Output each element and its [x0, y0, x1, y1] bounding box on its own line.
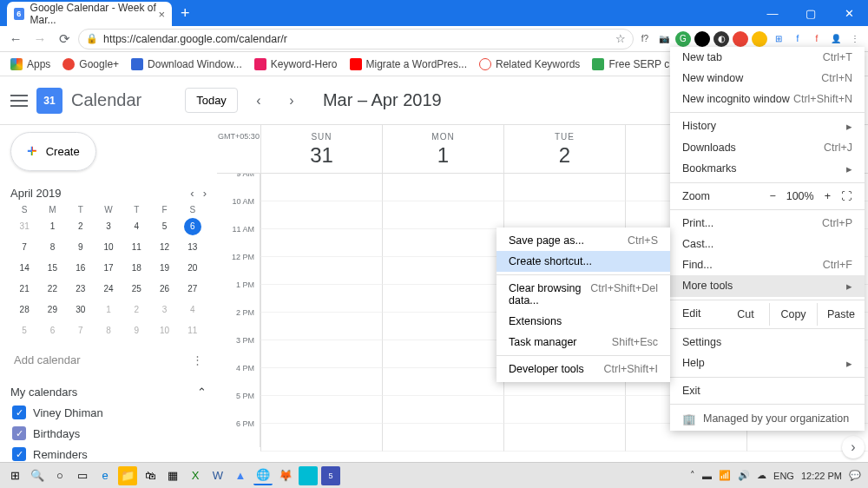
chrome-menu-button[interactable]: ⋮ — [847, 31, 863, 47]
app-icon[interactable]: 5 — [321, 466, 340, 485]
menu-item[interactable]: More tools▸ — [670, 275, 865, 297]
start-button[interactable]: ⊞ — [5, 466, 24, 485]
ext-icon[interactable]: f — [790, 31, 806, 47]
battery-icon[interactable]: ▬ — [702, 471, 712, 481]
mini-cal-day[interactable]: 27 — [184, 280, 201, 298]
menu-item[interactable]: History▸ — [670, 115, 865, 137]
mini-cal-day[interactable]: 9 — [128, 322, 145, 340]
ext-icon[interactable]: f — [809, 31, 825, 47]
mini-cal-day[interactable]: 28 — [16, 301, 33, 319]
mini-cal-day[interactable]: 6 — [43, 322, 61, 340]
calendar-item[interactable]: ✓Birthdays — [10, 423, 207, 444]
star-icon[interactable]: ☆ — [615, 32, 626, 45]
time-slot[interactable] — [382, 174, 503, 201]
time-slot[interactable] — [503, 396, 625, 424]
menu-item[interactable]: New incognito windowCtrl+Shift+N — [670, 89, 865, 109]
time-slot[interactable] — [260, 340, 382, 368]
submenu-item[interactable]: Developer toolsCtrl+Shift+I — [496, 359, 670, 379]
mini-cal-day[interactable]: 8 — [100, 322, 117, 340]
ext-icon[interactable] — [733, 31, 748, 47]
mini-cal-day[interactable]: 21 — [16, 280, 33, 298]
day-header-col[interactable]: SUN31 — [260, 125, 382, 173]
mini-cal-day[interactable]: 14 — [16, 260, 33, 277]
time-slot[interactable] — [260, 424, 382, 452]
mini-cal-day[interactable]: 29 — [43, 301, 61, 319]
mini-cal-day[interactable]: 3 — [156, 301, 174, 319]
time-slot[interactable] — [503, 424, 625, 452]
hamburger-menu[interactable] — [10, 95, 28, 107]
mini-cal-day[interactable]: 20 — [184, 260, 201, 277]
checkbox-icon[interactable]: ✓ — [12, 426, 26, 440]
mini-cal-day[interactable]: 7 — [72, 322, 89, 340]
cut-button[interactable]: Cut — [722, 303, 770, 326]
search-icon[interactable]: 🔍 — [28, 466, 47, 485]
mini-cal-day[interactable]: 16 — [72, 260, 89, 277]
chrome-icon[interactable]: 🌐 — [253, 466, 273, 485]
bookmark-item[interactable]: Keyword-Hero — [251, 56, 341, 72]
my-calendars-section[interactable]: My calendars⌃ — [10, 382, 207, 402]
ext-icon[interactable] — [752, 31, 767, 47]
time-slot[interactable] — [382, 285, 503, 313]
time-slot[interactable] — [382, 229, 503, 257]
day-header-col[interactable]: TUE2 — [503, 125, 625, 173]
ext-icon[interactable]: ◐ — [713, 31, 729, 47]
mini-cal-day[interactable]: 11 — [128, 239, 145, 256]
new-tab-button[interactable]: + — [181, 4, 190, 23]
copy-button[interactable]: Copy — [770, 303, 818, 326]
mini-cal-day[interactable]: 26 — [156, 280, 174, 298]
language-indicator[interactable]: ENG — [773, 471, 794, 481]
ads-icon[interactable]: ▲ — [231, 466, 250, 485]
menu-item[interactable]: New tabCtrl+T — [670, 47, 865, 68]
menu-item[interactable]: Print...Ctrl+P — [670, 213, 865, 234]
mini-cal-day[interactable]: 4 — [184, 301, 201, 319]
time-slot[interactable] — [260, 257, 382, 285]
mini-cal-day[interactable]: 10 — [156, 322, 174, 340]
time-slot[interactable] — [382, 340, 503, 368]
submenu-item[interactable]: Create shortcut... — [496, 251, 670, 272]
checkbox-icon[interactable]: ✓ — [12, 447, 26, 461]
mini-cal-day[interactable]: 1 — [43, 218, 61, 235]
close-tab-icon[interactable]: × — [158, 8, 165, 21]
profile-avatar[interactable]: 👤 — [828, 31, 844, 47]
submenu-item[interactable]: Extensions — [496, 311, 670, 332]
menu-item[interactable]: Find...Ctrl+F — [670, 254, 865, 275]
menu-item[interactable]: Bookmarks▸ — [670, 158, 865, 180]
url-input[interactable]: 🔒 https://calendar.google.com/calendar/r… — [78, 29, 634, 49]
mini-cal-day[interactable]: 23 — [72, 280, 89, 298]
ext-icon[interactable] — [694, 31, 710, 47]
today-button[interactable]: Today — [185, 88, 238, 113]
time-slot[interactable] — [260, 174, 382, 201]
tray-up-icon[interactable]: ˄ — [690, 470, 695, 481]
ext-icon[interactable]: ⊞ — [771, 31, 786, 47]
menu-item[interactable]: Help▸ — [670, 353, 865, 374]
app-icon[interactable]: ▦ — [163, 466, 182, 485]
time-slot[interactable] — [260, 229, 382, 257]
time-slot[interactable] — [260, 368, 382, 396]
camera-icon[interactable]: 📷 — [656, 31, 672, 47]
mini-cal-day[interactable]: 12 — [156, 239, 174, 256]
browser-tab[interactable]: 6 Google Calendar - Week of Mar... × — [7, 2, 172, 26]
store-icon[interactable]: 🛍 — [141, 466, 160, 485]
notifications-icon[interactable]: 💬 — [849, 470, 861, 481]
time-slot[interactable] — [382, 396, 503, 424]
close-window-button[interactable]: ✕ — [830, 0, 868, 26]
mini-cal-day[interactable]: 1 — [100, 301, 117, 319]
back-button[interactable]: ← — [5, 29, 26, 49]
cortana-icon[interactable]: ○ — [50, 466, 69, 485]
time-slot[interactable] — [382, 313, 503, 340]
edge-icon[interactable]: e — [95, 466, 115, 485]
submenu-item[interactable]: Task managerShift+Esc — [496, 332, 670, 353]
mini-cal-day[interactable]: 8 — [43, 239, 61, 256]
mini-cal-day[interactable]: 9 — [72, 239, 89, 256]
mini-cal-day[interactable]: 24 — [100, 280, 117, 298]
paste-button[interactable]: Paste — [818, 303, 865, 326]
time-slot[interactable] — [382, 368, 503, 396]
firefox-icon[interactable]: 🦊 — [276, 466, 295, 485]
clock[interactable]: 12:22 PM — [801, 471, 842, 481]
managed-notice[interactable]: 🏢Managed by your organization — [670, 407, 865, 431]
explorer-icon[interactable]: 📁 — [118, 466, 137, 485]
forward-button[interactable]: → — [30, 29, 50, 49]
word-icon[interactable]: W — [208, 466, 227, 485]
mini-cal-day[interactable]: 4 — [128, 218, 145, 235]
wifi-icon[interactable]: 📶 — [719, 470, 731, 481]
